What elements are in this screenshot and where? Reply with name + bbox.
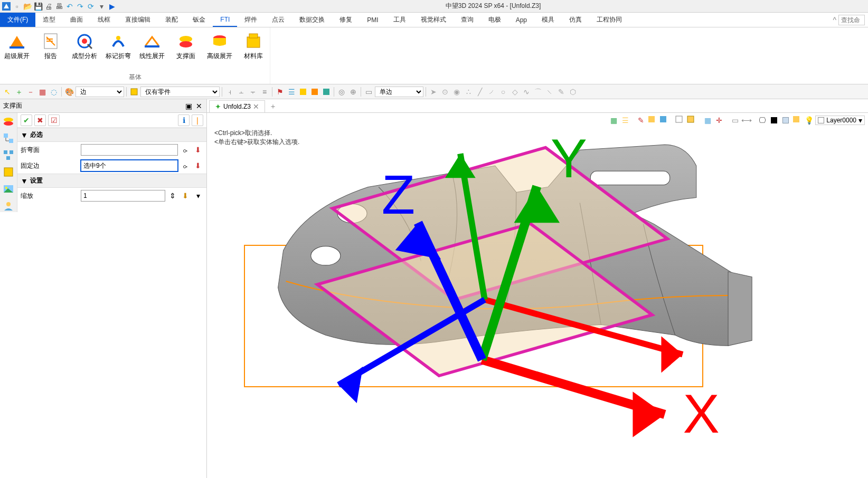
- target-icon[interactable]: ◎: [336, 87, 347, 97]
- tab-fti[interactable]: FTI: [213, 13, 237, 27]
- svg-rect-21: [10, 150, 13, 154]
- open-icon[interactable]: 📂: [23, 2, 32, 11]
- rect-select-icon[interactable]: ▦: [37, 87, 48, 97]
- box3-icon[interactable]: [321, 87, 332, 97]
- cube-icon[interactable]: [129, 87, 139, 97]
- main-area: 支撑面 ▣ ✕ ✔ ✖ ☑ ℹ ❘: [0, 99, 868, 478]
- svg-rect-12: [131, 89, 137, 95]
- tab-electrode[interactable]: 电极: [481, 13, 508, 27]
- tab-mold[interactable]: 模具: [534, 13, 562, 27]
- align-c-icon[interactable]: ⫠: [236, 87, 247, 97]
- new-icon[interactable]: ▫: [13, 2, 21, 11]
- collapse-ribbon-icon[interactable]: ^: [833, 16, 836, 24]
- snap9-icon[interactable]: ⌒: [533, 87, 543, 97]
- remove-icon[interactable]: －: [25, 87, 36, 97]
- arrow-icon[interactable]: ➤: [428, 87, 439, 97]
- svg-point-25: [5, 187, 7, 189]
- cmd-report[interactable]: 报告: [34, 30, 68, 63]
- tab-directedit[interactable]: 直接编辑: [118, 13, 158, 27]
- snap8-icon[interactable]: ∿: [521, 87, 532, 97]
- cmd-form-analysis[interactable]: 成型分析: [68, 30, 101, 63]
- flag-icon[interactable]: ⚑: [275, 87, 285, 97]
- app-icon[interactable]: [2, 2, 11, 11]
- panel-close-icon[interactable]: ✕: [195, 102, 203, 110]
- cancel-button[interactable]: ✖: [34, 114, 46, 126]
- tab-surface[interactable]: 曲面: [63, 13, 90, 27]
- svg-rect-11: [249, 34, 258, 38]
- ribbon-group-label: 基体: [0, 72, 270, 84]
- box1-icon[interactable]: [298, 87, 308, 97]
- ok-button[interactable]: ✔: [21, 114, 32, 126]
- svg-point-26: [6, 202, 11, 206]
- file-menu[interactable]: 文件(F): [0, 13, 35, 27]
- cmd-advanced-unfold[interactable]: 高级展开: [203, 30, 237, 63]
- tab-app[interactable]: App: [508, 13, 534, 27]
- tab-weld[interactable]: 焊件: [237, 13, 265, 27]
- target2-icon[interactable]: ⊕: [348, 87, 358, 97]
- cmd-mark-bend[interactable]: 标记折弯: [101, 30, 135, 63]
- tab-query[interactable]: 查询: [454, 13, 481, 27]
- tab-sheetmetal[interactable]: 钣金: [185, 13, 213, 27]
- align-r-icon[interactable]: ⫟: [248, 87, 258, 97]
- tab-assembly[interactable]: 装配: [158, 13, 185, 27]
- tab-repair[interactable]: 修复: [332, 13, 360, 27]
- layers-icon[interactable]: ☰: [286, 87, 297, 97]
- tab-simulation[interactable]: 仿真: [562, 13, 589, 27]
- viewport[interactable]: ✦ Unfold.Z3 ✕ ＋ <Ctrl-pick>取消选择. <单击右键>获…: [207, 99, 868, 478]
- filter-combo[interactable]: 边: [76, 87, 124, 97]
- svg-rect-10: [247, 37, 260, 47]
- side-tab-tree[interactable]: [2, 132, 15, 145]
- search-input[interactable]: [838, 15, 865, 25]
- cmd-material-lib[interactable]: 材料库: [237, 30, 270, 63]
- tab-wireframe[interactable]: 线框: [90, 13, 118, 27]
- snap11-icon[interactable]: ✎: [556, 87, 567, 97]
- print-icon[interactable]: 🖨: [44, 2, 53, 11]
- snap2-icon[interactable]: ◉: [451, 87, 462, 97]
- tab-pmi[interactable]: PMI: [360, 13, 385, 27]
- snap4-icon[interactable]: ╱: [475, 87, 485, 97]
- dist-h-icon[interactable]: ≡: [259, 87, 270, 97]
- align-l-icon[interactable]: ⫞: [224, 87, 235, 97]
- tab-dataexchange[interactable]: 数据交换: [292, 13, 332, 27]
- tab-visualstyle[interactable]: 视觉样式: [413, 13, 454, 27]
- tab-tools[interactable]: 工具: [386, 13, 413, 27]
- side-tab-feature[interactable]: [2, 115, 15, 128]
- qat-more-icon[interactable]: ▾: [97, 2, 106, 11]
- redo-icon[interactable]: ↷: [76, 2, 84, 11]
- undo-icon[interactable]: ↶: [65, 2, 74, 11]
- print-preview-icon[interactable]: 🖶: [55, 2, 63, 11]
- snap6-icon[interactable]: ○: [498, 87, 508, 97]
- side-tab-assy[interactable]: [2, 149, 15, 161]
- snap10-icon[interactable]: ⟍: [544, 87, 555, 97]
- cmd-support-face[interactable]: 支撑面: [169, 30, 203, 63]
- save-icon[interactable]: 💾: [34, 2, 42, 11]
- snap3-icon[interactable]: ∴: [463, 87, 474, 97]
- tab-collab[interactable]: 工程协同: [589, 13, 629, 27]
- tab-modeling[interactable]: 造型: [35, 13, 63, 27]
- edge-combo[interactable]: 单边: [375, 87, 423, 97]
- snap7-icon[interactable]: ◇: [510, 87, 520, 97]
- cmd-linear-unfold[interactable]: 线性展开: [135, 30, 169, 63]
- scale-input[interactable]: [81, 190, 165, 202]
- svg-rect-6: [145, 45, 159, 47]
- panel-float-icon[interactable]: ▣: [184, 102, 193, 110]
- canvas-3d[interactable]: <Ctrl-pick>取消选择. <单击右键>获取实体输入选项. ▦ ☰ ✎ ▦…: [207, 113, 868, 478]
- refresh-icon[interactable]: ⟳: [87, 2, 95, 11]
- side-tab-image[interactable]: [2, 183, 15, 195]
- play-icon[interactable]: ▶: [108, 2, 116, 11]
- apply-button[interactable]: ☑: [48, 114, 60, 126]
- color-filter-icon[interactable]: 🎨: [64, 87, 74, 97]
- snap1-icon[interactable]: ⊙: [440, 87, 450, 97]
- cmd-super-unfold[interactable]: 超级展开: [0, 30, 34, 63]
- box2-icon[interactable]: [309, 87, 320, 97]
- cursor-icon[interactable]: ↖: [2, 87, 13, 97]
- side-tab-cube[interactable]: [2, 166, 15, 178]
- add-icon[interactable]: ＋: [14, 87, 24, 97]
- scope-combo[interactable]: 仅有零件: [140, 87, 220, 97]
- snap12-icon[interactable]: ⬡: [568, 87, 578, 97]
- snap5-icon[interactable]: ⟋: [486, 87, 497, 97]
- lasso-icon[interactable]: ◌: [49, 87, 59, 97]
- side-tab-user[interactable]: [2, 199, 15, 212]
- tab-pointcloud[interactable]: 点云: [265, 13, 292, 27]
- rect-icon[interactable]: ▭: [363, 87, 374, 97]
